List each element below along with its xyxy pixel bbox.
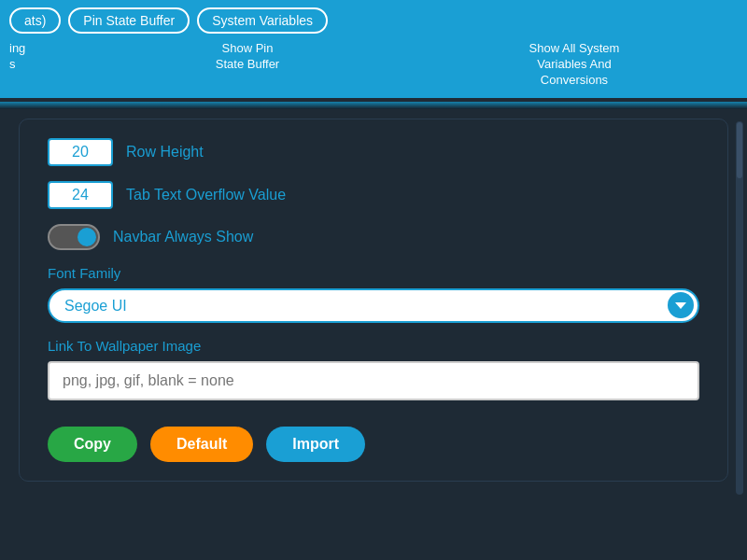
font-family-row: Segoe UI Arial Calibri Consolas Verdana: [48, 288, 699, 323]
font-family-label: Font Family: [48, 265, 699, 281]
toggle-thumb: [78, 228, 96, 246]
tab-stats[interactable]: ats): [9, 7, 61, 34]
sub-label-sys-vars: Show All SystemVariables AndConversions: [411, 41, 738, 89]
sub-labels-row: ings Show Pin State Buffer Show All Syst…: [0, 34, 747, 89]
header: ats) Pin State Buffer System Variables i…: [0, 0, 747, 98]
header-shadow: [0, 102, 747, 109]
tabs-row: ats) Pin State Buffer System Variables: [0, 0, 747, 34]
navbar-toggle[interactable]: [48, 224, 100, 250]
copy-button[interactable]: Copy: [48, 427, 137, 462]
tab-overflow-input[interactable]: 24: [48, 181, 113, 209]
scrollbar-thumb: [737, 122, 742, 178]
import-button[interactable]: Import: [266, 427, 365, 462]
sub-label-pin-state: Show Pin State Buffer: [84, 41, 411, 73]
font-family-select[interactable]: Segoe UI Arial Calibri Consolas Verdana: [48, 288, 699, 323]
tab-overflow-row: 24 Tab Text Overflow Value: [48, 181, 699, 209]
tab-pin-state-buffer[interactable]: Pin State Buffer: [68, 7, 190, 34]
wallpaper-input[interactable]: [48, 361, 699, 400]
scrollbar[interactable]: [736, 121, 743, 495]
row-height-label: Row Height: [126, 144, 204, 161]
main-content: 20 Row Height 24 Tab Text Overflow Value…: [19, 119, 728, 482]
tab-system-variables[interactable]: System Variables: [197, 7, 328, 34]
sub-label-left: ings: [9, 41, 84, 73]
default-button[interactable]: Default: [150, 427, 253, 462]
navbar-toggle-label: Navbar Always Show: [113, 229, 253, 245]
buttons-row: Copy Default Import: [48, 427, 699, 462]
row-height-row: 20 Row Height: [48, 138, 699, 166]
row-height-input[interactable]: 20: [48, 138, 113, 166]
tab-overflow-label: Tab Text Overflow Value: [126, 187, 286, 203]
font-select-wrapper: Segoe UI Arial Calibri Consolas Verdana: [48, 288, 699, 323]
navbar-toggle-row: Navbar Always Show: [48, 224, 699, 250]
wallpaper-label: Link To Wallpaper Image: [48, 338, 699, 354]
